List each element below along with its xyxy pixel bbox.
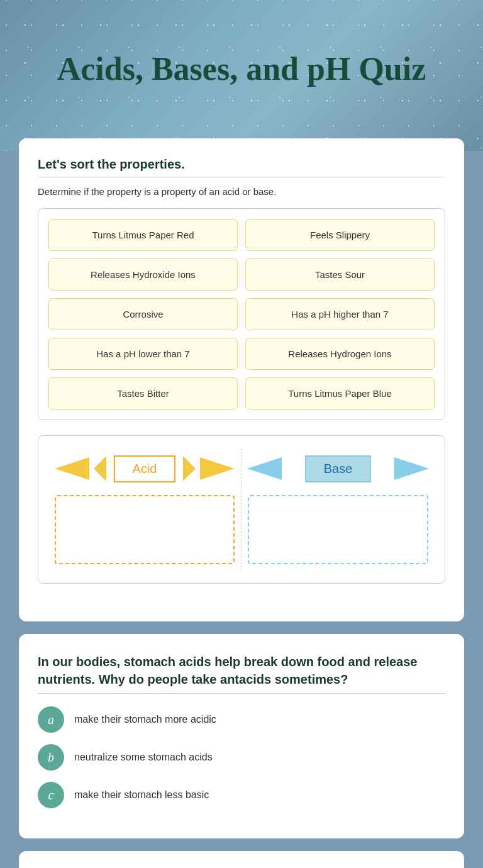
options-list: a make their stomach more acidic b neutr… — [38, 706, 445, 808]
option-c[interactable]: c make their stomach less basic — [38, 782, 445, 808]
sort-item-3[interactable]: Releases Hydroxide Ions — [48, 259, 238, 291]
acid-banner-container: Acid — [55, 455, 235, 482]
sort-description: Determine if the property is a property … — [38, 186, 445, 197]
option-b-circle: b — [38, 744, 64, 771]
page-header: Acids, Bases, and pH Quiz — [0, 0, 483, 151]
option-c-text: make their stomach less basic — [74, 789, 209, 801]
acid-wing-left-icon — [55, 457, 89, 480]
sort-item-8[interactable]: Releases Hydrogen Ions — [245, 338, 435, 370]
main-card: Let's sort the properties. Determine if … — [19, 138, 464, 621]
question-section: In our bodies, stomach acids help break … — [19, 634, 464, 838]
sort-item-5[interactable]: Corrosive — [48, 298, 238, 330]
question-divider — [38, 693, 445, 694]
sort-section-title: Let's sort the properties. — [38, 157, 445, 172]
option-c-letter: c — [48, 788, 54, 803]
last-section: The diagram below shows an ionic compoun… — [19, 851, 464, 868]
sort-items-grid: Turns Litmus Paper Red Feels Slippery Re… — [38, 208, 445, 420]
sort-item-7[interactable]: Has a pH lower than 7 — [48, 338, 238, 370]
base-banner-container: Base — [248, 455, 428, 482]
acid-drop-zone[interactable]: Acid — [48, 448, 242, 570]
sort-item-6[interactable]: Has a pH higher than 7 — [245, 298, 435, 330]
option-b[interactable]: b neutralize some stomach acids — [38, 744, 445, 771]
sort-divider — [38, 177, 445, 177]
option-a-letter: a — [48, 713, 54, 727]
base-wing-left-icon — [247, 457, 282, 480]
sort-item-2[interactable]: Feels Slippery — [245, 219, 435, 251]
acid-label: Acid — [114, 455, 176, 482]
acid-drop-area[interactable] — [55, 495, 235, 564]
option-c-circle: c — [38, 782, 64, 808]
base-wing-right-icon — [394, 457, 429, 480]
option-b-text: neutralize some stomach acids — [74, 752, 213, 763]
base-drop-area[interactable] — [248, 495, 428, 564]
sort-item-4[interactable]: Tastes Sour — [245, 259, 435, 291]
acid-wing-right-icon — [200, 457, 235, 480]
sort-item-1[interactable]: Turns Litmus Paper Red — [48, 219, 238, 251]
question-title: In our bodies, stomach acids help break … — [38, 653, 445, 688]
drop-zones-container: Acid Base — [38, 435, 445, 584]
base-drop-zone[interactable]: Base — [242, 448, 435, 570]
option-a[interactable]: a make their stomach more acidic — [38, 706, 445, 733]
base-label: Base — [305, 455, 372, 482]
sort-item-10[interactable]: Turns Litmus Paper Blue — [245, 377, 435, 409]
sort-item-9[interactable]: Tastes Bitter — [48, 377, 238, 409]
page-title: Acids, Bases, and pH Quiz — [57, 50, 426, 89]
option-a-circle: a — [38, 706, 64, 733]
option-b-letter: b — [48, 750, 54, 765]
option-a-text: make their stomach more acidic — [74, 714, 216, 725]
